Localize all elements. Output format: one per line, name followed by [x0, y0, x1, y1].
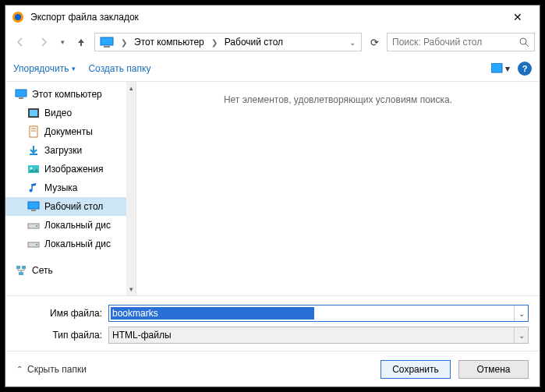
tree-local-disk-1[interactable]: Локальный дис	[5, 216, 136, 235]
back-icon	[10, 32, 30, 52]
search-input[interactable]: Поиск: Рабочий стол	[387, 33, 535, 51]
tree-documents[interactable]: Документы	[5, 122, 136, 141]
svg-rect-6	[491, 63, 502, 72]
tree-this-pc[interactable]: Этот компьютер	[5, 85, 136, 104]
chevron-down-icon: ▾	[72, 65, 76, 72]
svg-rect-25	[22, 266, 26, 269]
firefox-icon	[12, 11, 24, 23]
svg-rect-11	[30, 126, 37, 137]
video-icon	[27, 107, 40, 119]
svg-point-1	[15, 14, 21, 20]
svg-rect-19	[31, 210, 36, 211]
tree-desktop[interactable]: Рабочий стол	[5, 197, 136, 216]
tree-downloads[interactable]: Загрузки	[5, 141, 136, 160]
svg-point-21	[36, 225, 37, 227]
svg-rect-26	[19, 272, 23, 275]
chevron-up-icon: ⌃	[16, 365, 23, 373]
tree-network[interactable]: Сеть	[5, 261, 136, 280]
network-icon	[15, 264, 27, 277]
empty-message: Нет элементов, удовлетворяющих условиям …	[224, 94, 452, 105]
svg-point-17	[30, 189, 33, 192]
scroll-down-icon[interactable]: ▾	[126, 283, 136, 295]
file-list[interactable]: Нет элементов, удовлетворяющих условиям …	[136, 82, 540, 295]
tree-local-disk-2[interactable]: Локальный дис	[5, 235, 136, 253]
refresh-icon[interactable]: ⟳	[365, 37, 384, 48]
filetype-dropdown-icon[interactable]: ⌄	[514, 327, 528, 343]
svg-rect-10	[30, 110, 37, 116]
crumb-desktop[interactable]: Рабочий стол	[221, 37, 286, 48]
this-pc-icon	[100, 37, 114, 48]
svg-rect-8	[19, 97, 23, 99]
scroll-up-icon[interactable]: ▴	[126, 82, 136, 94]
svg-rect-18	[28, 202, 39, 209]
save-button[interactable]: Сохранить	[380, 360, 451, 379]
recent-dropdown-icon[interactable]: ▾	[57, 32, 68, 52]
view-options-button[interactable]: ▾	[491, 63, 510, 74]
downloads-icon	[27, 144, 40, 157]
filename-dropdown-icon[interactable]: ⌄	[514, 305, 528, 321]
chevron-right-icon[interactable]: ❯	[207, 38, 221, 47]
music-icon	[27, 182, 40, 194]
filename-label: Имя файла:	[16, 308, 108, 319]
crumb-this-pc[interactable]: Этот компьютер	[131, 37, 207, 48]
svg-rect-3	[104, 46, 110, 48]
breadcrumb[interactable]: ❯ Этот компьютер ❯ Рабочий стол ⌄	[94, 33, 362, 51]
up-icon[interactable]	[71, 32, 91, 52]
filename-input[interactable]: bookmarks ⌄	[108, 305, 529, 322]
pictures-icon	[27, 163, 40, 175]
navbar: ▾ ❯ Этот компьютер ❯ Рабочий стол ⌄ ⟳ По…	[5, 29, 540, 55]
filetype-label: Тип файла:	[16, 330, 108, 341]
hide-folders-button[interactable]: ⌃ Скрыть папки	[16, 364, 87, 375]
desktop-icon	[27, 200, 40, 213]
cancel-button[interactable]: Отмена	[458, 360, 529, 379]
svg-point-23	[36, 244, 37, 245]
organize-button[interactable]: Упорядочить ▾	[13, 63, 76, 74]
svg-rect-2	[101, 37, 113, 45]
address-dropdown-icon[interactable]: ⌄	[345, 38, 359, 47]
svg-line-5	[526, 44, 529, 47]
chevron-right-icon[interactable]: ❯	[117, 38, 131, 47]
filetype-select[interactable]: HTML-файлы ⌄	[108, 327, 529, 344]
svg-rect-24	[16, 266, 20, 269]
drive-icon	[27, 238, 40, 250]
dialog-footer: ⌃ Скрыть папки Сохранить Отмена	[5, 351, 540, 387]
sidebar: Этот компьютер Видео Документы Загрузки …	[5, 82, 136, 295]
search-placeholder: Поиск: Рабочий стол	[392, 37, 482, 48]
titlebar: Экспорт файла закладок ✕	[5, 5, 540, 29]
this-pc-icon	[15, 88, 27, 101]
tree-videos[interactable]: Видео	[5, 104, 136, 122]
close-icon[interactable]: ✕	[502, 11, 533, 23]
toolbar: Упорядочить ▾ Создать папку ▾ ?	[5, 55, 540, 82]
svg-rect-7	[16, 90, 27, 97]
search-icon	[519, 37, 529, 48]
documents-icon	[27, 125, 40, 138]
window-title: Экспорт файла закладок	[30, 12, 502, 23]
drive-icon	[27, 219, 40, 231]
new-folder-button[interactable]: Создать папку	[88, 63, 150, 74]
forward-icon	[34, 32, 54, 52]
save-dialog: Экспорт файла закладок ✕ ▾ ❯ Этот компью…	[5, 5, 540, 387]
help-icon[interactable]: ?	[518, 62, 532, 76]
tree-music[interactable]: Музыка	[5, 178, 136, 197]
sidebar-scrollbar[interactable]: ▴ ▾	[126, 82, 136, 295]
tree-pictures[interactable]: Изображения	[5, 160, 136, 178]
svg-point-4	[520, 38, 526, 44]
chevron-down-icon: ▾	[505, 63, 510, 74]
